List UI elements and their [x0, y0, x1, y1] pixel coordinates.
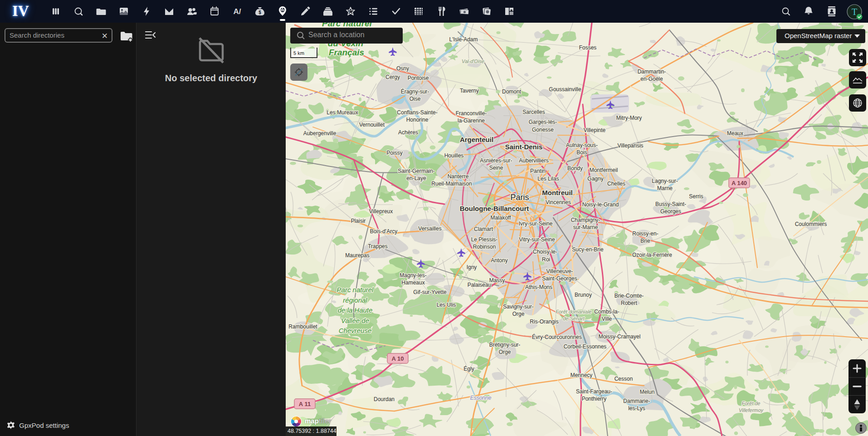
svg-text:Dammarie-: Dammarie- [623, 398, 650, 404]
svg-text:Ris-Orangis: Ris-Orangis [530, 318, 558, 325]
svg-text:Sucy-en-Brie: Sucy-en-Brie [572, 246, 604, 253]
svg-text:Choisy-le-: Choisy-le- [533, 249, 557, 255]
svg-text:Saint-Germain-: Saint-Germain- [398, 168, 434, 174]
svg-text:Coulommiers: Coulommiers [795, 221, 827, 227]
svg-text:Houilles: Houilles [444, 152, 464, 159]
svg-text:Palaiseau: Palaiseau [468, 282, 492, 288]
svg-text:Chevreuse: Chevreuse [339, 327, 372, 334]
svg-text:Moissy-Cramayel: Moissy-Cramayel [599, 333, 641, 340]
svg-text:Villefermoy: Villefermoy [739, 407, 764, 413]
svg-text:Essonne: Essonne [470, 395, 492, 401]
svg-text:Franconville-: Franconville- [456, 110, 487, 117]
svg-text:Versailles: Versailles [418, 225, 441, 232]
svg-text:Magny-les-: Magny-les- [400, 272, 426, 279]
svg-text:Ozoir-la-Ferrière: Ozoir-la-Ferrière [632, 252, 672, 258]
svg-text:Gonesse: Gonesse [532, 127, 554, 133]
svg-text:Corbeil-Essonnes: Corbeil-Essonnes [564, 343, 607, 350]
svg-text:Lagny-sur-: Lagny-sur- [652, 178, 678, 184]
svg-text:Forêt de: Forêt de [742, 401, 761, 406]
svg-text:Rueil-Malmaison: Rueil-Malmaison [431, 181, 472, 187]
svg-text:Roi: Roi [542, 256, 550, 263]
svg-text:Ivry-sur-Seine: Ivry-sur-Seine [519, 220, 553, 227]
svg-text:Champigny-: Champigny- [571, 217, 600, 223]
svg-text:Égly: Égly [463, 365, 474, 372]
svg-text:Poissy: Poissy [386, 150, 402, 156]
svg-text:Saint-Georges: Saint-Georges [542, 275, 577, 282]
svg-text:Brie: Brie [640, 238, 650, 244]
svg-text:$: $ [258, 10, 261, 15]
svg-text:Sarcelles: Sarcelles [522, 109, 545, 115]
svg-text:Cergy: Cergy [385, 74, 400, 80]
svg-text:Nanterre: Nanterre [448, 173, 469, 180]
svg-text:Plaisir: Plaisir [351, 218, 366, 224]
svg-text:Brie-Comte-: Brie-Comte- [614, 293, 644, 299]
svg-text:Mennecy: Mennecy [571, 372, 593, 378]
svg-text:Bois: Bois [576, 149, 587, 156]
svg-text:Chelles: Chelles [607, 181, 625, 187]
svg-text:Roissy-en-: Roissy-en- [632, 230, 658, 237]
svg-text:Gagny: Gagny [587, 176, 603, 182]
svg-text:A/: A/ [234, 7, 241, 16]
svg-text:en-Laye: en-Laye [406, 175, 426, 181]
svg-text:Val-d'Oise: Val-d'Oise [462, 59, 484, 64]
svg-text:Mitry-Mory: Mitry-Mory [616, 115, 642, 121]
svg-text:Marne: Marne [657, 185, 673, 191]
svg-text:Seine: Seine [489, 165, 503, 171]
svg-text:Saint-Denis: Saint-Denis [505, 143, 543, 151]
svg-text:Georges: Georges [660, 208, 681, 215]
svg-text:Forêt domaniale: Forêt domaniale [556, 309, 592, 314]
svg-text:Brétigny-sur-: Brétigny-sur- [489, 342, 521, 348]
svg-text:Paris: Paris [510, 193, 529, 202]
svg-text:Pantin: Pantin [530, 168, 546, 174]
svg-text:Noisy-le-Grand: Noisy-le-Grand [582, 201, 619, 208]
svg-text:Gif-sur-Yvette: Gif-sur-Yvette [413, 289, 447, 295]
svg-text:Hameaux: Hameaux [401, 279, 424, 286]
svg-text:Les Mureaux: Les Mureaux [327, 109, 358, 116]
svg-text:Montreuil: Montreuil [542, 189, 573, 196]
svg-text:Les Ulis: Les Ulis [437, 302, 456, 308]
svg-text:A 140: A 140 [731, 180, 747, 186]
svg-text:Oise: Oise [410, 96, 421, 102]
svg-text:Savigny-sur-: Savigny-sur- [503, 304, 533, 310]
svg-text:Melun: Melun [640, 389, 655, 395]
svg-text:Goussainville: Goussainville [549, 86, 581, 93]
svg-text:les-Lys: les-Lys [628, 405, 645, 412]
svg-text:Ville: Ville [602, 316, 612, 322]
svg-text:Athis-Mons: Athis-Mons [525, 284, 552, 290]
svg-text:Bussy-Saint-: Bussy-Saint- [655, 201, 686, 207]
svg-text:Massy: Massy [489, 277, 505, 284]
svg-text:Aubervilliers: Aubervilliers [519, 157, 548, 164]
svg-text:Maurepas: Maurepas [345, 252, 369, 259]
svg-text:Français: Français [329, 48, 364, 57]
svg-text:en-Goële: en-Goële [640, 76, 663, 82]
svg-text:Combs-la-: Combs-la- [594, 309, 619, 315]
svg-text:Villeparisis: Villeparisis [617, 142, 643, 149]
svg-text:Robinson: Robinson [473, 244, 496, 250]
svg-text:de la Haute: de la Haute [338, 306, 373, 314]
svg-text:Aubergenville: Aubergenville [303, 130, 336, 137]
svg-text:Trappes: Trappes [368, 243, 388, 250]
svg-text:Argenteuil: Argenteuil [460, 136, 493, 143]
svg-text:Villepinte: Villepinte [584, 127, 606, 133]
svg-text:Vallée de: Vallée de [341, 317, 369, 324]
svg-text:Boulogne-Billancourt: Boulogne-Billancourt [460, 205, 529, 212]
svg-text:Parc naturel: Parc naturel [337, 286, 374, 294]
svg-text:C: C [349, 10, 352, 14]
svg-text:Fosses: Fosses [579, 44, 597, 51]
svg-text:Achères: Achères [398, 129, 418, 136]
svg-text:Orge: Orge [499, 349, 511, 355]
svg-text:régional: régional [343, 296, 367, 304]
svg-text:Igny: Igny [467, 264, 477, 270]
svg-text:Montfermeil: Montfermeil [590, 167, 618, 173]
svg-text:A 10: A 10 [392, 355, 404, 362]
svg-text:Bois-d'Arcy: Bois-d'Arcy [370, 228, 397, 235]
svg-text:T: T [852, 7, 857, 17]
svg-text:Dammartin-: Dammartin- [638, 69, 666, 75]
svg-text:Évry-Courcouronnes: Évry-Courcouronnes [532, 333, 582, 340]
svg-text:Pontoise: Pontoise [408, 75, 429, 81]
svg-text:Malakoff: Malakoff [490, 215, 511, 221]
svg-text:Serris: Serris [689, 193, 703, 200]
svg-text:Rambouillet: Rambouillet [288, 323, 317, 330]
svg-text:Orge: Orge [512, 311, 525, 317]
svg-text:Antony: Antony [491, 257, 507, 264]
